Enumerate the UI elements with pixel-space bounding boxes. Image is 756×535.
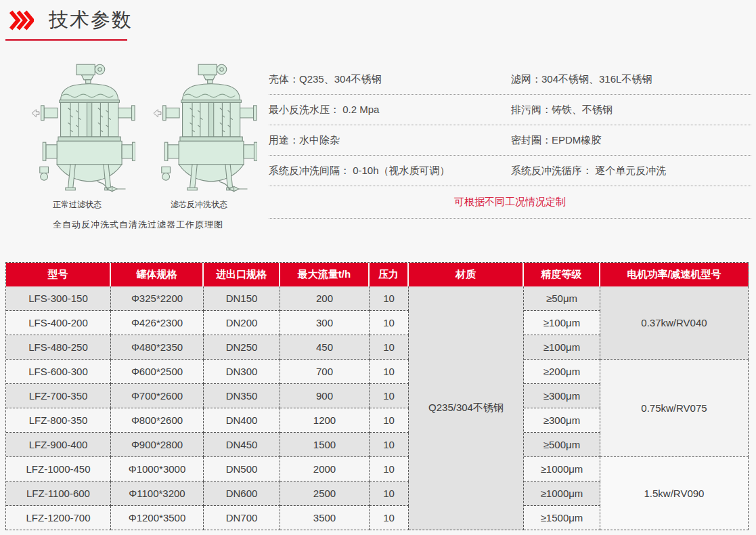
pressure-cell: 10 — [370, 457, 409, 481]
column-header: 进出口规格 — [204, 263, 280, 286]
spec-row: 系统反冲洗间隔： 0-10h（视水质可调）系统反冲洗循序： 逐个单元反冲洗 — [269, 156, 751, 186]
tank-spec-cell: Φ1000*3000 — [111, 457, 204, 481]
tank-spec-cell: Φ480*2350 — [111, 335, 204, 360]
column-header: 罐体规格 — [111, 263, 204, 286]
spec-item: 最小反洗水压： 0.2 Mpa — [269, 104, 511, 116]
custom-note: 可根据不同工况情况定制 — [269, 186, 751, 219]
flow-cell: 2000 — [280, 457, 370, 481]
precision-cell: ≥100μm — [524, 335, 600, 360]
precision-cell: ≥200μm — [524, 360, 600, 384]
model-cell: LFZ-800-350 — [6, 408, 111, 433]
diagram-caption-right: 滤芯反冲洗状态 — [171, 199, 227, 211]
model-cell: LFS-480-250 — [6, 335, 111, 360]
diagram-caption-left: 正常过滤状态 — [53, 199, 102, 211]
port-spec-cell: DN300 — [204, 360, 280, 384]
precision-cell: ≥1000μm — [524, 457, 600, 481]
pressure-cell: 10 — [370, 506, 409, 530]
spec-item: 系统反冲洗循序： 逐个单元反冲洗 — [511, 165, 751, 177]
flow-cell: 450 — [280, 335, 370, 360]
precision-cell: ≥100μm — [524, 311, 600, 335]
parameters-table: 型号罐体规格进出口规格最大流量t/h压力材质精度等级电机功率/减速机型号LFS-… — [5, 262, 749, 530]
pressure-cell: 10 — [370, 286, 409, 311]
tank-spec-cell: Φ600*2500 — [111, 360, 204, 384]
tank-spec-cell: Φ426*2300 — [111, 311, 204, 335]
model-cell: LFS-400-200 — [6, 311, 111, 335]
port-spec-cell: DN250 — [204, 335, 280, 360]
tank-spec-cell: Φ1100*3200 — [111, 481, 204, 506]
spec-item: 壳体：Q235、304不锈钢 — [269, 73, 511, 86]
material-cell: Q235/304不锈钢 — [409, 286, 524, 530]
spec-row: 壳体：Q235、304不锈钢滤网：304不锈钢、316L不锈钢 — [269, 64, 751, 95]
model-cell: LFZ-1200-700 — [6, 506, 111, 530]
column-header: 电机功率/减速机型号 — [600, 263, 749, 286]
spec-item: 系统反冲洗间隔： 0-10h（视水质可调） — [269, 165, 511, 177]
column-header: 精度等级 — [524, 263, 600, 286]
pressure-cell: 10 — [370, 384, 409, 408]
pressure-cell: 10 — [370, 311, 409, 335]
spec-row: 最小反洗水压： 0.2 Mpa排污阀：铸铁、不锈钢 — [269, 95, 751, 125]
spec-item: 密封圈：EPDM橡胶 — [511, 134, 751, 147]
pressure-cell: 10 — [370, 360, 409, 384]
precision-cell: ≥1000μm — [524, 481, 600, 506]
column-header: 最大流量t/h — [280, 263, 370, 286]
filter-diagram-normal-state — [19, 60, 135, 195]
flow-cell: 1200 — [280, 408, 370, 433]
precision-cell: ≥300μm — [524, 384, 600, 408]
page-header: 技术参数 — [9, 7, 133, 34]
precision-cell: ≥300μm — [524, 408, 600, 433]
flow-cell: 3500 — [280, 506, 370, 530]
port-spec-cell: DN500 — [204, 457, 280, 481]
model-cell: LFS-300-150 — [6, 286, 111, 311]
motor-power-cell: 0.37kw/RV040 — [600, 286, 749, 360]
filter-diagram-backwash-state — [141, 60, 257, 195]
tank-spec-cell: Φ700*2600 — [111, 384, 204, 408]
port-spec-cell: DN450 — [204, 433, 280, 457]
spec-item: 排污阀：铸铁、不锈钢 — [511, 104, 751, 116]
pressure-cell: 10 — [370, 408, 409, 433]
tank-spec-cell: Φ800*2600 — [111, 408, 204, 433]
motor-power-cell: 1.5kw/RV090 — [600, 457, 749, 530]
model-cell: LFZ-700-350 — [6, 384, 111, 408]
flow-cell: 700 — [280, 360, 370, 384]
spec-item: 滤网：304不锈钢、316L不锈钢 — [511, 73, 751, 86]
column-header: 材质 — [409, 263, 524, 286]
port-spec-cell: DN150 — [204, 286, 280, 311]
port-spec-cell: DN200 — [204, 311, 280, 335]
model-cell: LFZ-1100-600 — [6, 481, 111, 506]
tank-spec-cell: Φ1200*3500 — [111, 506, 204, 530]
precision-cell: ≥1500μm — [524, 506, 600, 530]
tank-spec-cell: Φ900*2800 — [111, 433, 204, 457]
flow-cell: 900 — [280, 384, 370, 408]
column-header: 型号 — [6, 263, 111, 286]
diagram-caption-bottom: 全自动反冲洗式自清洗过滤器工作原理图 — [16, 219, 260, 231]
flow-cell: 1500 — [280, 433, 370, 457]
port-spec-cell: DN600 — [204, 481, 280, 506]
spec-row: 用途：水中除杂密封圈：EPDM橡胶 — [269, 125, 751, 156]
port-spec-cell: DN400 — [204, 408, 280, 433]
port-spec-cell: DN700 — [204, 506, 280, 530]
model-cell: LFS-600-300 — [6, 360, 111, 384]
triple-chevron-icon — [9, 8, 34, 33]
pressure-cell: 10 — [370, 433, 409, 457]
motor-power-cell: 0.75kw/RV075 — [600, 360, 749, 457]
model-cell: LFZ-1000-450 — [6, 457, 111, 481]
working-principle-diagram: 正常过滤状态 滤芯反冲洗状态 全自动反冲洗式自清洗过滤器工作原理图 — [16, 60, 260, 231]
pressure-cell: 10 — [370, 335, 409, 360]
precision-cell: ≥500μm — [524, 433, 600, 457]
tank-spec-cell: Φ325*2200 — [111, 286, 204, 311]
pressure-cell: 10 — [370, 481, 409, 506]
page-title: 技术参数 — [49, 7, 133, 34]
model-cell: LFZ-900-400 — [6, 433, 111, 457]
column-header: 压力 — [370, 263, 409, 286]
flow-cell: 2500 — [280, 481, 370, 506]
title-underline — [5, 39, 127, 41]
spec-list: 壳体：Q235、304不锈钢滤网：304不锈钢、316L不锈钢最小反洗水压： 0… — [269, 64, 751, 219]
spec-rows: 壳体：Q235、304不锈钢滤网：304不锈钢、316L不锈钢最小反洗水压： 0… — [269, 64, 751, 186]
flow-cell: 200 — [280, 286, 370, 311]
flow-cell: 300 — [280, 311, 370, 335]
precision-cell: ≥50μm — [524, 286, 600, 311]
port-spec-cell: DN350 — [204, 384, 280, 408]
spec-item: 用途：水中除杂 — [269, 134, 511, 147]
